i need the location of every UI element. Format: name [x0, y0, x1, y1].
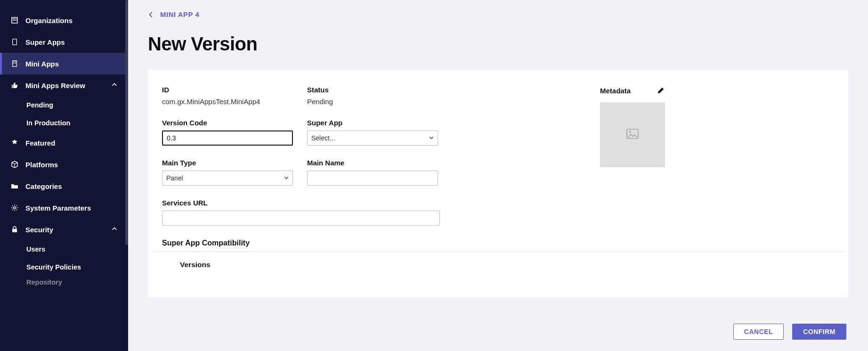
- svg-rect-12: [15, 63, 16, 64]
- sidebar-item-security[interactable]: Security: [0, 219, 128, 240]
- breadcrumb-back-link[interactable]: MINI APP 4: [148, 10, 199, 18]
- svg-rect-1: [13, 18, 14, 19]
- svg-rect-7: [13, 39, 17, 45]
- sidebar-item-label: Pending: [26, 101, 53, 109]
- super-app-label: Super App: [307, 119, 438, 127]
- sidebar-item-system-parameters[interactable]: System Parameters: [0, 197, 128, 219]
- svg-rect-9: [13, 62, 14, 63]
- svg-rect-3: [16, 18, 16, 19]
- header-area: MINI APP 4 New Version: [128, 0, 868, 59]
- sidebar-item-label: Security: [25, 226, 53, 234]
- sidebar-item-platforms[interactable]: Platforms: [0, 154, 128, 175]
- main-content: MINI APP 4 New Version ID com.gx.MiniApp…: [128, 0, 868, 351]
- main-type-select[interactable]: Panel: [162, 171, 293, 186]
- building2-icon: [10, 59, 19, 68]
- gear-icon: [10, 204, 19, 212]
- sidebar-item-label: Mini Apps Review: [25, 82, 85, 90]
- page-title: New Version: [148, 33, 848, 55]
- sidebar-item-label: Categories: [25, 182, 62, 190]
- sidebar-item-label: In Production: [26, 119, 70, 127]
- chevron-left-icon: [148, 11, 154, 18]
- main-name-input[interactable]: [307, 171, 438, 186]
- sidebar-item-mini-apps-review[interactable]: Mini Apps Review: [0, 74, 128, 96]
- sidebar-item-label: Super Apps: [25, 38, 65, 46]
- main-name-label: Main Name: [307, 159, 438, 167]
- sidebar-item-featured[interactable]: Featured: [0, 132, 128, 154]
- sidebar-sub-repository[interactable]: Repository: [0, 276, 128, 288]
- metadata-thumbnail: [600, 102, 665, 167]
- id-label: ID: [162, 86, 293, 94]
- sidebar-item-super-apps[interactable]: Super Apps: [0, 31, 128, 53]
- form-card: ID com.gx.MiniAppsTest.MiniApp4 Status P…: [148, 70, 848, 297]
- image-placeholder-icon: [626, 129, 639, 141]
- services-url-label: Services URL: [162, 199, 440, 207]
- main-type-label: Main Type: [162, 159, 293, 167]
- id-value: com.gx.MiniAppsTest.MiniApp4: [162, 98, 293, 106]
- sidebar-item-mini-apps[interactable]: Mini Apps: [0, 53, 128, 74]
- metadata-label: Metadata: [600, 87, 631, 95]
- sidebar-sub-users[interactable]: Users: [0, 240, 128, 258]
- device-icon: [10, 38, 19, 46]
- version-code-label: Version Code: [162, 119, 293, 127]
- sidebar-item-label: System Parameters: [25, 204, 91, 212]
- cancel-button[interactable]: CANCEL: [733, 324, 784, 340]
- building-icon: [10, 16, 19, 24]
- sidebar-item-label: Security Policies: [26, 263, 81, 271]
- svg-point-17: [629, 131, 631, 132]
- lock-icon: [10, 225, 19, 234]
- sidebar-item-categories[interactable]: Categories: [0, 175, 128, 197]
- confirm-button[interactable]: CONFIRM: [792, 324, 846, 340]
- svg-rect-10: [15, 62, 16, 63]
- sidebar-item-label: Featured: [25, 139, 55, 147]
- box-icon: [10, 160, 19, 169]
- metadata-panel: Metadata: [600, 86, 665, 167]
- edit-metadata-button[interactable]: [657, 86, 665, 96]
- svg-rect-2: [14, 18, 15, 19]
- svg-marker-13: [12, 139, 17, 144]
- sidebar-item-label: Platforms: [25, 161, 58, 169]
- sidebar-item-organizations[interactable]: Organizations: [0, 9, 128, 31]
- chevron-up-icon: [111, 226, 118, 234]
- sidebar-item-label: Users: [26, 245, 45, 253]
- sidebar-sub-in-production[interactable]: In Production: [0, 114, 128, 132]
- super-app-select[interactable]: Select...: [307, 131, 438, 146]
- breadcrumb-label: MINI APP 4: [160, 10, 199, 18]
- versions-title: Versions: [162, 261, 834, 269]
- folder-icon: [10, 182, 19, 190]
- svg-rect-15: [12, 229, 17, 232]
- chevron-up-icon: [111, 82, 118, 90]
- services-url-input[interactable]: [162, 211, 440, 226]
- compat-title: Super App Compatibility: [162, 239, 834, 247]
- version-code-value: 0.3: [167, 134, 176, 142]
- sidebar: Organizations Super Apps Mini Apps Mini …: [0, 0, 128, 351]
- sidebar-item-label: Repository: [26, 278, 62, 286]
- svg-rect-6: [16, 20, 16, 21]
- sidebar-item-label: Mini Apps: [25, 60, 59, 68]
- badge-icon: [10, 139, 19, 147]
- sidebar-sub-pending[interactable]: Pending: [0, 96, 128, 114]
- svg-rect-4: [13, 20, 14, 21]
- svg-rect-11: [13, 63, 14, 64]
- version-code-input[interactable]: 0.3: [162, 131, 293, 146]
- footer-actions: CANCEL CONFIRM: [733, 324, 846, 340]
- status-value: Pending: [307, 98, 438, 106]
- thumb-up-icon: [10, 81, 19, 90]
- status-label: Status: [307, 86, 438, 94]
- sidebar-item-label: Organizations: [25, 16, 73, 24]
- svg-rect-5: [14, 20, 15, 21]
- svg-rect-8: [13, 61, 17, 66]
- svg-point-14: [14, 207, 16, 209]
- sidebar-sub-security-policies[interactable]: Security Policies: [0, 258, 128, 276]
